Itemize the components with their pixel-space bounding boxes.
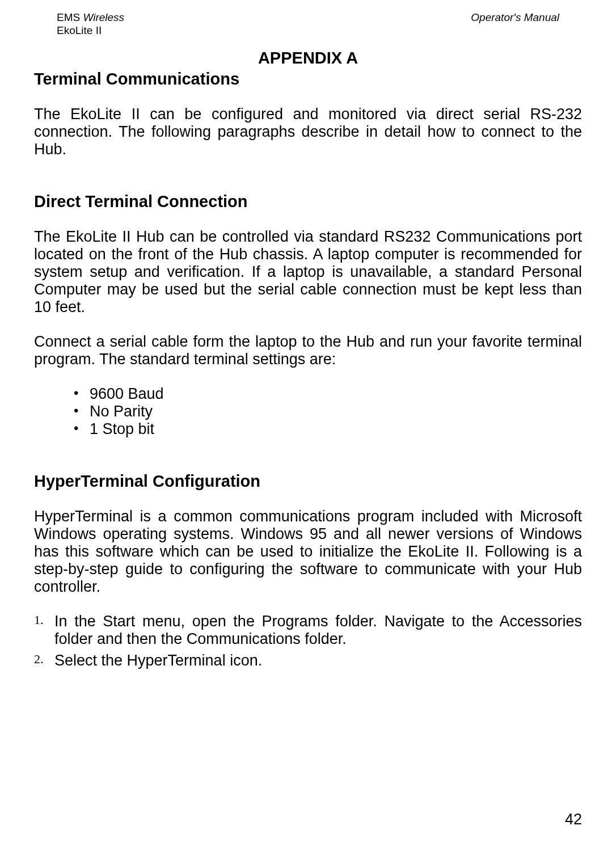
section-heading-terminal-communications: Terminal Communications: [34, 70, 582, 89]
hyperterminal-steps-list: 1. In the Start menu, open the Programs …: [34, 613, 582, 672]
step-number-1: 1.: [34, 613, 44, 627]
bullet-item-stopbit: 1 Stop bit: [74, 420, 582, 438]
step-item-1: 1. In the Start menu, open the Programs …: [34, 613, 582, 648]
step-text-1: In the Start menu, open the Programs fol…: [54, 613, 582, 647]
header-manual-label: Operator's Manual: [471, 11, 582, 37]
page-header: EMS Wireless EkoLite II Operator's Manua…: [34, 11, 582, 37]
bullet-item-parity: No Parity: [74, 403, 582, 420]
section2-para2: Connect a serial cable form the laptop t…: [34, 333, 582, 368]
header-left: EMS Wireless EkoLite II: [34, 11, 124, 37]
appendix-title: APPENDIX A: [34, 49, 582, 68]
header-company: EMS Wireless: [57, 11, 124, 24]
section2-para1: The EkoLite II Hub can be controlled via…: [34, 228, 582, 316]
step-item-2: 2. Select the HyperTerminal icon.: [34, 652, 582, 669]
step-number-2: 2.: [34, 652, 44, 666]
terminal-settings-list: 9600 Baud No Parity 1 Stop bit: [34, 385, 582, 438]
section-heading-direct-terminal: Direct Terminal Connection: [34, 192, 582, 211]
header-company-suffix: Wireless: [83, 11, 124, 23]
page-number: 42: [565, 811, 582, 828]
section3-para1: HyperTerminal is a common communications…: [34, 508, 582, 596]
header-company-prefix: EMS: [57, 11, 83, 23]
section1-para1: The EkoLite II can be configured and mon…: [34, 106, 582, 158]
step-text-2: Select the HyperTerminal icon.: [54, 652, 262, 669]
header-product: EkoLite II: [57, 24, 124, 37]
document-page: EMS Wireless EkoLite II Operator's Manua…: [0, 0, 616, 851]
bullet-item-baud: 9600 Baud: [74, 385, 582, 403]
section-heading-hyperterminal: HyperTerminal Configuration: [34, 472, 582, 491]
